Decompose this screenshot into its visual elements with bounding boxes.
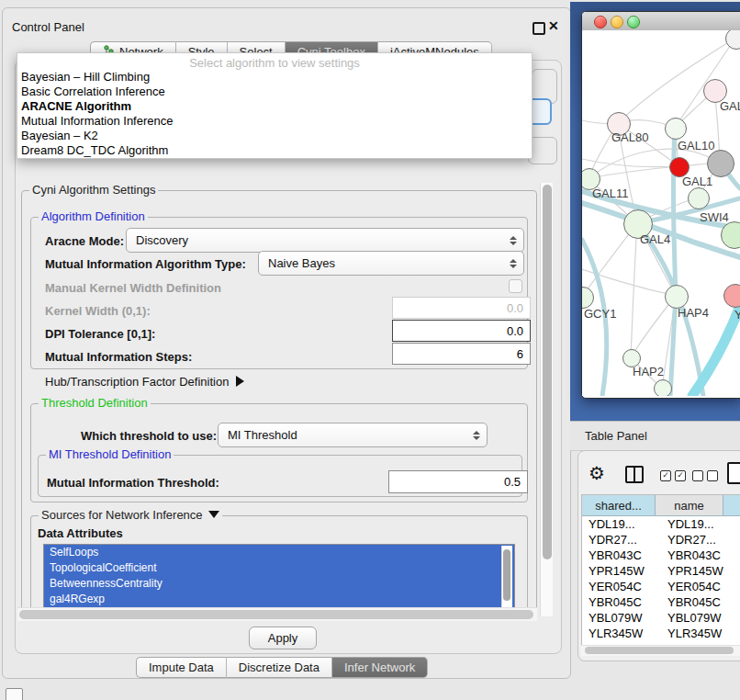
sources-group-title[interactable]: Sources for Network Inference: [39, 508, 222, 522]
node-label: HAP4: [678, 306, 709, 320]
table-cell: YDR27...: [582, 532, 661, 548]
unchecked-box-icon: [692, 470, 703, 481]
table-cell: 12: [734, 532, 740, 548]
table-cell: YER054C: [661, 579, 734, 594]
bottom-tab-impute-data[interactable]: Impute Data: [136, 657, 227, 678]
mi-steps-field[interactable]: 6: [392, 343, 531, 365]
table-cell: YLR345W: [582, 626, 661, 641]
collapse-arrow-icon[interactable]: [208, 511, 219, 518]
file-icon[interactable]: [727, 462, 740, 484]
table-row[interactable]: YBR043CYBR043C: [582, 548, 740, 563]
apply-button[interactable]: Apply: [249, 627, 317, 649]
table-row[interactable]: YLR345WYLR345W9.: [582, 626, 740, 641]
combo-arrows-icon: [509, 236, 517, 245]
algorithm-dropdown-prompt: Select algorithm to view settings: [17, 53, 532, 70]
bottom-tab-discretize-data[interactable]: Discretize Data: [227, 657, 332, 678]
settings-horizontal-scrollbar[interactable]: [17, 607, 537, 621]
deselect-all-columns-icon[interactable]: [692, 470, 718, 481]
network-node-GAL10[interactable]: [665, 118, 687, 140]
which-threshold-select[interactable]: MI Threshold: [218, 423, 488, 447]
threshold-definition-title: Threshold Definition: [39, 396, 151, 410]
table-row[interactable]: YBR045CYBR045C9.: [582, 594, 740, 610]
table-row[interactable]: YBL079WYBL079W: [582, 610, 740, 626]
app-screen: Control Panel ✕ NetworkStyleSelectCyni T…: [0, 0, 740, 700]
dropdown-item[interactable]: ARACNE Algorithm: [17, 99, 532, 114]
close-traffic-light-icon[interactable]: [594, 16, 607, 28]
table-cell: [734, 610, 740, 626]
sources-title-text: Sources for Network Inference: [41, 508, 203, 522]
node-label: GAL: [720, 99, 740, 113]
attribute-list-item[interactable]: gal4RGexp: [44, 592, 514, 607]
expand-arrow-icon[interactable]: [236, 376, 244, 387]
dropdown-item[interactable]: Dream8 DC_TDC Algorithm: [17, 143, 532, 158]
node-label: SWI4: [700, 210, 729, 224]
kernel-width-label: Kernel Width (0,1):: [45, 304, 151, 318]
dropdown-item[interactable]: Bayesian – K2: [17, 129, 532, 143]
table-cell: YDR27...: [661, 532, 734, 548]
close-icon[interactable]: ✕: [548, 18, 559, 33]
dropdown-item[interactable]: Bayesian – Hill Climbing: [17, 70, 532, 85]
select-all-columns-icon[interactable]: ✓ ✓: [660, 470, 686, 481]
settings-vertical-scrollbar[interactable]: [540, 183, 553, 616]
network-node-gray-hub[interactable]: [707, 150, 734, 177]
table-cell: YBR043C: [661, 548, 734, 563]
table-cell: 9.: [734, 626, 740, 641]
dropdown-item[interactable]: Mutual Information Inference: [17, 114, 532, 129]
combo-arrows-icon: [472, 431, 480, 440]
node-label: GAL80: [611, 130, 648, 144]
manual-kernel-width-checkbox[interactable]: [509, 279, 522, 293]
bottom-tab-infer-network[interactable]: Infer Network: [332, 657, 428, 678]
network-node-SWI4[interactable]: [688, 187, 710, 209]
attribute-list-item[interactable]: BetweennessCentrality: [44, 576, 514, 592]
network-node-bottom-node[interactable]: [654, 379, 672, 396]
bottom-tab-bar: Impute DataDiscretize DataInfer Network: [136, 657, 428, 678]
columns-icon[interactable]: [625, 466, 644, 483]
column-header[interactable]: [723, 495, 740, 516]
network-canvas[interactable]: GALGAL80GAL10GAL1GAL11SWI4GAL4GCY1HAP4YH…: [582, 30, 740, 396]
table-row[interactable]: YPR145WYPR145W9.: [582, 563, 740, 579]
dpi-tolerance-label: DPI Tolerance [0,1]:: [45, 327, 155, 341]
mi-threshold-label: Mutual Information Threshold:: [47, 476, 219, 490]
kernel-width-field[interactable]: 0.0: [392, 297, 531, 319]
minimized-panel-icon[interactable]: [6, 688, 23, 700]
control-panel-title: Control Panel: [12, 20, 84, 34]
network-window-titlebar[interactable]: [582, 12, 740, 32]
table-cell: YDL19...: [582, 516, 661, 532]
attribute-list-scrollbar[interactable]: [501, 546, 512, 608]
node-table: shared...name YDL19...YDL19...13YDR27...…: [581, 494, 740, 646]
hub-definition-label: Hub/Transcription Factor Definition: [45, 375, 229, 389]
attribute-list-item[interactable]: SelfLoops: [44, 545, 514, 560]
table-cell: 13: [734, 516, 740, 532]
table-horizontal-scrollbar[interactable]: [581, 645, 740, 656]
node-label: GAL1: [682, 175, 712, 188]
mi-algorithm-type-select[interactable]: Naive Bayes: [258, 251, 524, 276]
node-label: HAP2: [633, 365, 664, 378]
node-label: Y: [734, 308, 740, 322]
data-attributes-label: Data Attributes: [38, 526, 123, 540]
table-row[interactable]: YDR27...YDR27...12: [582, 532, 740, 548]
table-row[interactable]: YER054CYER054C8.: [582, 579, 740, 594]
attribute-list-item[interactable]: TopologicalCoefficient: [44, 560, 514, 576]
gear-icon[interactable]: ⚙: [589, 464, 605, 482]
data-attributes-list: SelfLoopsTopologicalCoefficientBetweenne…: [43, 544, 515, 612]
column-header[interactable]: shared...: [582, 495, 656, 516]
table-row[interactable]: YDL19...YDL19...13: [582, 516, 740, 532]
mi-threshold-group-title: MI Threshold Definition: [46, 447, 174, 461]
table-cell: YLR345W: [661, 626, 734, 641]
node-label: GAL10: [678, 139, 714, 152]
float-window-icon[interactable]: [533, 22, 545, 35]
hub-definition-section[interactable]: Hub/Transcription Factor Definition: [45, 375, 244, 389]
table-panel-title: Table Panel: [585, 429, 647, 443]
column-header[interactable]: name: [656, 495, 723, 516]
mi-threshold-field[interactable]: 0.5: [388, 470, 528, 493]
table-cell: YPR145W: [582, 563, 661, 579]
dropdown-item[interactable]: Basic Correlation Inference: [17, 85, 532, 99]
mi-steps-label: Mutual Information Steps:: [45, 350, 192, 364]
minimize-traffic-light-icon[interactable]: [611, 16, 623, 28]
table-cell: YBR045C: [582, 594, 661, 610]
aracne-mode-select[interactable]: Discovery: [126, 228, 524, 253]
mi-algorithm-type-label: Mutual Information Algorithm Type:: [45, 257, 246, 271]
zoom-traffic-light-icon[interactable]: [627, 16, 640, 28]
dpi-tolerance-field[interactable]: 0.0: [392, 320, 531, 342]
table-cell: YBL079W: [661, 610, 734, 626]
